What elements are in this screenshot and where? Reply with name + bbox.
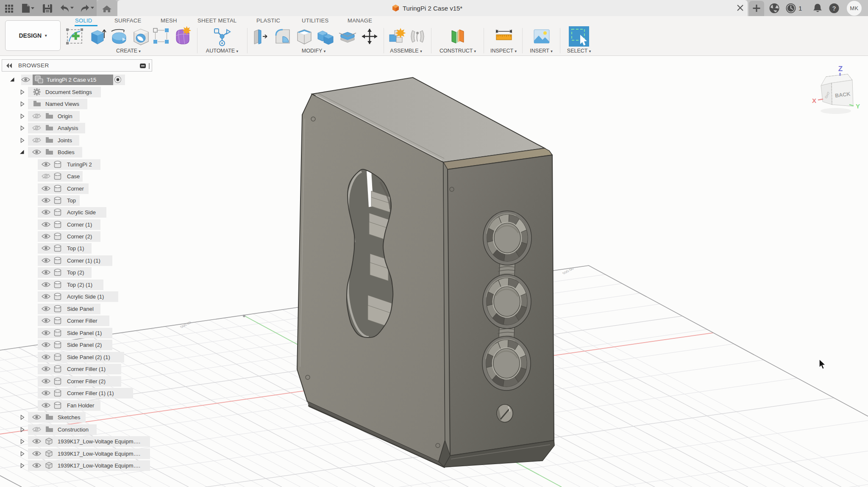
- svg-text:1: 1: [798, 5, 802, 12]
- svg-text:X: X: [812, 97, 816, 104]
- svg-text:?: ?: [832, 5, 836, 12]
- svg-text:Y: Y: [856, 102, 860, 110]
- svg-text:Z: Z: [838, 65, 843, 73]
